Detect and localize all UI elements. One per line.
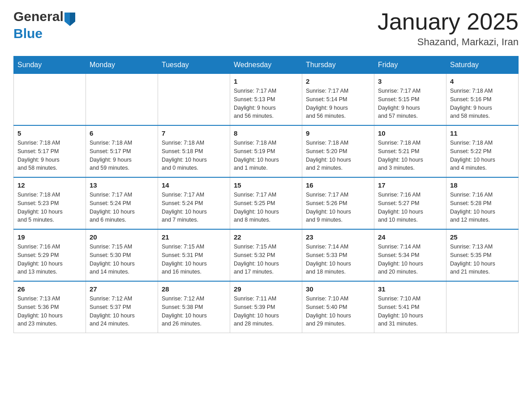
calendar-cell: 26Sunrise: 7:13 AM Sunset: 5:36 PM Dayli… — [14, 281, 86, 333]
day-number: 12 — [17, 181, 82, 189]
day-number: 10 — [378, 129, 442, 137]
calendar-subtitle: Shazand, Markazi, Iran — [378, 36, 519, 48]
day-number: 13 — [90, 181, 154, 189]
svg-marker-1 — [70, 13, 75, 26]
calendar-cell: 8Sunrise: 7:18 AM Sunset: 5:19 PM Daylig… — [230, 125, 302, 177]
day-number: 24 — [378, 233, 442, 241]
day-info: Sunrise: 7:10 AM Sunset: 5:41 PM Dayligh… — [378, 295, 442, 328]
calendar-cell: 29Sunrise: 7:11 AM Sunset: 5:39 PM Dayli… — [230, 281, 302, 333]
calendar-table: SundayMondayTuesdayWednesdayThursdayFrid… — [13, 56, 519, 333]
header-thursday: Thursday — [302, 56, 374, 74]
day-info: Sunrise: 7:18 AM Sunset: 5:20 PM Dayligh… — [306, 139, 370, 172]
calendar-cell: 25Sunrise: 7:13 AM Sunset: 5:35 PM Dayli… — [446, 229, 519, 281]
day-info: Sunrise: 7:11 AM Sunset: 5:39 PM Dayligh… — [234, 295, 298, 328]
day-number: 31 — [378, 285, 442, 293]
header-wednesday: Wednesday — [230, 56, 302, 74]
calendar-cell: 31Sunrise: 7:10 AM Sunset: 5:41 PM Dayli… — [374, 281, 446, 333]
day-number: 23 — [306, 233, 370, 241]
calendar-cell: 21Sunrise: 7:15 AM Sunset: 5:31 PM Dayli… — [158, 229, 230, 281]
day-info: Sunrise: 7:18 AM Sunset: 5:17 PM Dayligh… — [17, 139, 82, 172]
calendar-week-row: 19Sunrise: 7:16 AM Sunset: 5:29 PM Dayli… — [14, 229, 519, 281]
calendar-cell: 22Sunrise: 7:15 AM Sunset: 5:32 PM Dayli… — [230, 229, 302, 281]
day-info: Sunrise: 7:17 AM Sunset: 5:13 PM Dayligh… — [234, 87, 298, 120]
logo-general: General — [13, 9, 64, 24]
calendar-cell: 14Sunrise: 7:17 AM Sunset: 5:24 PM Dayli… — [158, 177, 230, 229]
day-number: 28 — [162, 285, 226, 293]
day-info: Sunrise: 7:12 AM Sunset: 5:38 PM Dayligh… — [162, 295, 226, 328]
calendar-week-row: 5Sunrise: 7:18 AM Sunset: 5:17 PM Daylig… — [14, 125, 519, 177]
day-number: 15 — [234, 181, 298, 189]
logo: General Blue — [13, 9, 76, 41]
calendar-cell: 18Sunrise: 7:16 AM Sunset: 5:28 PM Dayli… — [446, 177, 519, 229]
day-info: Sunrise: 7:18 AM Sunset: 5:18 PM Dayligh… — [162, 139, 226, 172]
calendar-week-row: 12Sunrise: 7:18 AM Sunset: 5:23 PM Dayli… — [14, 177, 519, 229]
header-saturday: Saturday — [446, 56, 519, 74]
day-number: 14 — [162, 181, 226, 189]
calendar-cell: 19Sunrise: 7:16 AM Sunset: 5:29 PM Dayli… — [14, 229, 86, 281]
page-header: General Blue January 2025 Shazand, Marka… — [13, 9, 519, 48]
calendar-cell: 23Sunrise: 7:14 AM Sunset: 5:33 PM Dayli… — [302, 229, 374, 281]
day-number: 6 — [90, 129, 154, 137]
calendar-cell — [158, 74, 230, 126]
day-info: Sunrise: 7:18 AM Sunset: 5:17 PM Dayligh… — [90, 139, 154, 172]
day-info: Sunrise: 7:17 AM Sunset: 5:14 PM Dayligh… — [306, 87, 370, 120]
calendar-cell: 20Sunrise: 7:15 AM Sunset: 5:30 PM Dayli… — [86, 229, 158, 281]
day-info: Sunrise: 7:15 AM Sunset: 5:30 PM Dayligh… — [90, 243, 154, 276]
day-info: Sunrise: 7:17 AM Sunset: 5:25 PM Dayligh… — [234, 191, 298, 224]
calendar-cell: 27Sunrise: 7:12 AM Sunset: 5:37 PM Dayli… — [86, 281, 158, 333]
calendar-cell: 15Sunrise: 7:17 AM Sunset: 5:25 PM Dayli… — [230, 177, 302, 229]
day-number: 5 — [17, 129, 82, 137]
day-info: Sunrise: 7:17 AM Sunset: 5:24 PM Dayligh… — [90, 191, 154, 224]
title-block: January 2025 Shazand, Markazi, Iran — [378, 9, 519, 48]
day-info: Sunrise: 7:18 AM Sunset: 5:23 PM Dayligh… — [17, 191, 82, 224]
day-info: Sunrise: 7:15 AM Sunset: 5:31 PM Dayligh… — [162, 243, 226, 276]
day-number: 19 — [17, 233, 82, 241]
calendar-week-row: 1Sunrise: 7:17 AM Sunset: 5:13 PM Daylig… — [14, 74, 519, 126]
day-number: 30 — [306, 285, 370, 293]
day-number: 18 — [450, 181, 515, 189]
logo-text: General Blue — [13, 9, 76, 41]
day-info: Sunrise: 7:10 AM Sunset: 5:40 PM Dayligh… — [306, 295, 370, 328]
day-info: Sunrise: 7:17 AM Sunset: 5:24 PM Dayligh… — [162, 191, 226, 224]
day-number: 29 — [234, 285, 298, 293]
calendar-cell: 1Sunrise: 7:17 AM Sunset: 5:13 PM Daylig… — [230, 74, 302, 126]
calendar-cell: 10Sunrise: 7:18 AM Sunset: 5:21 PM Dayli… — [374, 125, 446, 177]
day-info: Sunrise: 7:16 AM Sunset: 5:28 PM Dayligh… — [450, 191, 515, 224]
day-info: Sunrise: 7:14 AM Sunset: 5:33 PM Dayligh… — [306, 243, 370, 276]
header-monday: Monday — [86, 56, 158, 74]
day-number: 7 — [162, 129, 226, 137]
day-info: Sunrise: 7:18 AM Sunset: 5:19 PM Dayligh… — [234, 139, 298, 172]
day-info: Sunrise: 7:17 AM Sunset: 5:15 PM Dayligh… — [378, 87, 442, 120]
calendar-cell — [14, 74, 86, 126]
calendar-cell: 30Sunrise: 7:10 AM Sunset: 5:40 PM Dayli… — [302, 281, 374, 333]
calendar-cell: 9Sunrise: 7:18 AM Sunset: 5:20 PM Daylig… — [302, 125, 374, 177]
day-info: Sunrise: 7:16 AM Sunset: 5:27 PM Dayligh… — [378, 191, 442, 224]
day-number: 2 — [306, 77, 370, 85]
day-number: 22 — [234, 233, 298, 241]
calendar-cell: 28Sunrise: 7:12 AM Sunset: 5:38 PM Dayli… — [158, 281, 230, 333]
header-friday: Friday — [374, 56, 446, 74]
calendar-cell: 13Sunrise: 7:17 AM Sunset: 5:24 PM Dayli… — [86, 177, 158, 229]
calendar-cell: 4Sunrise: 7:18 AM Sunset: 5:16 PM Daylig… — [446, 74, 519, 126]
day-info: Sunrise: 7:17 AM Sunset: 5:26 PM Dayligh… — [306, 191, 370, 224]
day-number: 25 — [450, 233, 515, 241]
logo-blue: Blue — [13, 26, 43, 41]
day-number: 26 — [17, 285, 82, 293]
calendar-cell: 2Sunrise: 7:17 AM Sunset: 5:14 PM Daylig… — [302, 74, 374, 126]
calendar-cell: 17Sunrise: 7:16 AM Sunset: 5:27 PM Dayli… — [374, 177, 446, 229]
day-info: Sunrise: 7:15 AM Sunset: 5:32 PM Dayligh… — [234, 243, 298, 276]
calendar-cell: 12Sunrise: 7:18 AM Sunset: 5:23 PM Dayli… — [14, 177, 86, 229]
calendar-cell: 24Sunrise: 7:14 AM Sunset: 5:34 PM Dayli… — [374, 229, 446, 281]
calendar-cell: 16Sunrise: 7:17 AM Sunset: 5:26 PM Dayli… — [302, 177, 374, 229]
day-info: Sunrise: 7:14 AM Sunset: 5:34 PM Dayligh… — [378, 243, 442, 276]
logo-icon — [64, 13, 75, 26]
day-number: 8 — [234, 129, 298, 137]
calendar-cell: 6Sunrise: 7:18 AM Sunset: 5:17 PM Daylig… — [86, 125, 158, 177]
day-number: 4 — [450, 77, 515, 85]
day-info: Sunrise: 7:16 AM Sunset: 5:29 PM Dayligh… — [17, 243, 82, 276]
header-tuesday: Tuesday — [158, 56, 230, 74]
calendar-cell — [86, 74, 158, 126]
day-info: Sunrise: 7:18 AM Sunset: 5:16 PM Dayligh… — [450, 87, 515, 120]
calendar-cell: 5Sunrise: 7:18 AM Sunset: 5:17 PM Daylig… — [14, 125, 86, 177]
day-number: 17 — [378, 181, 442, 189]
